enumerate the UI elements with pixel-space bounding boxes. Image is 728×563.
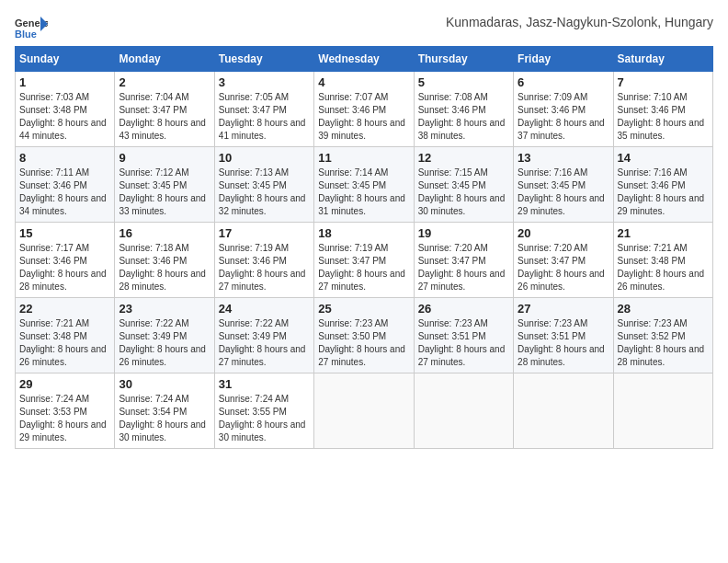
weekday-header-thursday: Thursday [414, 47, 513, 72]
page-header: General Blue Kunmadaras, Jasz-Nagykun-Sz… [15, 15, 713, 42]
day-number: 14 [618, 151, 709, 165]
calendar-cell: 24Sunrise: 7:22 AM Sunset: 3:49 PM Dayli… [214, 298, 313, 373]
day-info: Sunrise: 7:15 AM Sunset: 3:45 PM Dayligh… [418, 167, 509, 218]
day-info: Sunrise: 7:10 AM Sunset: 3:46 PM Dayligh… [618, 91, 709, 143]
day-number: 31 [219, 377, 310, 391]
day-info: Sunrise: 7:23 AM Sunset: 3:50 PM Dayligh… [318, 317, 409, 369]
day-info: Sunrise: 7:24 AM Sunset: 3:54 PM Dayligh… [119, 393, 210, 444]
calendar-cell: 2Sunrise: 7:04 AM Sunset: 3:47 PM Daylig… [115, 72, 214, 147]
calendar-cell: 5Sunrise: 7:08 AM Sunset: 3:46 PM Daylig… [414, 72, 513, 147]
day-number: 19 [418, 226, 509, 240]
calendar-cell: 29Sunrise: 7:24 AM Sunset: 3:53 PM Dayli… [16, 373, 115, 449]
day-number: 13 [518, 151, 609, 165]
day-number: 24 [219, 302, 310, 316]
day-info: Sunrise: 7:21 AM Sunset: 3:48 PM Dayligh… [19, 317, 110, 369]
day-number: 20 [518, 226, 609, 240]
day-info: Sunrise: 7:16 AM Sunset: 3:45 PM Dayligh… [518, 167, 609, 218]
calendar-cell: 16Sunrise: 7:18 AM Sunset: 3:46 PM Dayli… [115, 223, 214, 298]
day-info: Sunrise: 7:22 AM Sunset: 3:49 PM Dayligh… [219, 317, 310, 369]
day-info: Sunrise: 7:08 AM Sunset: 3:46 PM Dayligh… [418, 91, 509, 143]
day-info: Sunrise: 7:16 AM Sunset: 3:46 PM Dayligh… [618, 167, 709, 218]
day-number: 9 [119, 151, 210, 165]
day-number: 18 [318, 226, 409, 240]
day-number: 17 [219, 226, 310, 240]
day-info: Sunrise: 7:22 AM Sunset: 3:49 PM Dayligh… [119, 317, 210, 369]
day-info: Sunrise: 7:23 AM Sunset: 3:52 PM Dayligh… [618, 317, 709, 369]
calendar-cell: 23Sunrise: 7:22 AM Sunset: 3:49 PM Dayli… [115, 298, 214, 373]
day-number: 2 [119, 75, 210, 89]
day-info: Sunrise: 7:11 AM Sunset: 3:46 PM Dayligh… [19, 167, 110, 218]
calendar-cell [613, 373, 712, 449]
calendar-cell: 12Sunrise: 7:15 AM Sunset: 3:45 PM Dayli… [414, 147, 513, 223]
day-info: Sunrise: 7:14 AM Sunset: 3:45 PM Dayligh… [318, 167, 409, 218]
day-number: 25 [318, 302, 409, 316]
weekday-header-tuesday: Tuesday [214, 47, 313, 72]
calendar-cell: 1Sunrise: 7:03 AM Sunset: 3:48 PM Daylig… [16, 72, 115, 147]
calendar-cell: 15Sunrise: 7:17 AM Sunset: 3:46 PM Dayli… [16, 223, 115, 298]
logo-icon: General Blue [15, 15, 48, 42]
calendar-cell: 11Sunrise: 7:14 AM Sunset: 3:45 PM Dayli… [314, 147, 414, 223]
day-info: Sunrise: 7:19 AM Sunset: 3:47 PM Dayligh… [318, 242, 409, 293]
day-number: 27 [518, 302, 609, 316]
day-info: Sunrise: 7:07 AM Sunset: 3:46 PM Dayligh… [318, 91, 409, 143]
day-number: 12 [418, 151, 509, 165]
svg-text:Blue: Blue [15, 29, 37, 40]
day-info: Sunrise: 7:18 AM Sunset: 3:46 PM Dayligh… [119, 242, 210, 293]
day-number: 22 [19, 302, 110, 316]
calendar-cell: 28Sunrise: 7:23 AM Sunset: 3:52 PM Dayli… [613, 298, 712, 373]
day-number: 16 [119, 226, 210, 240]
calendar-cell [514, 373, 613, 449]
calendar-cell: 14Sunrise: 7:16 AM Sunset: 3:46 PM Dayli… [613, 147, 712, 223]
day-number: 28 [618, 302, 709, 316]
calendar-cell: 17Sunrise: 7:19 AM Sunset: 3:46 PM Dayli… [214, 223, 313, 298]
calendar-cell: 26Sunrise: 7:23 AM Sunset: 3:51 PM Dayli… [414, 298, 513, 373]
calendar-cell: 4Sunrise: 7:07 AM Sunset: 3:46 PM Daylig… [314, 72, 414, 147]
calendar-cell: 10Sunrise: 7:13 AM Sunset: 3:45 PM Dayli… [214, 147, 313, 223]
day-number: 5 [418, 75, 509, 89]
calendar-cell [414, 373, 513, 449]
day-info: Sunrise: 7:20 AM Sunset: 3:47 PM Dayligh… [418, 242, 509, 293]
calendar-cell: 21Sunrise: 7:21 AM Sunset: 3:48 PM Dayli… [613, 223, 712, 298]
day-number: 8 [19, 151, 110, 165]
calendar-row: 29Sunrise: 7:24 AM Sunset: 3:53 PM Dayli… [16, 373, 713, 449]
calendar-cell: 9Sunrise: 7:12 AM Sunset: 3:45 PM Daylig… [115, 147, 214, 223]
calendar-cell: 31Sunrise: 7:24 AM Sunset: 3:55 PM Dayli… [214, 373, 313, 449]
day-info: Sunrise: 7:24 AM Sunset: 3:53 PM Dayligh… [19, 393, 110, 444]
day-info: Sunrise: 7:04 AM Sunset: 3:47 PM Dayligh… [119, 91, 210, 143]
calendar-cell: 19Sunrise: 7:20 AM Sunset: 3:47 PM Dayli… [414, 223, 513, 298]
day-info: Sunrise: 7:13 AM Sunset: 3:45 PM Dayligh… [219, 167, 310, 218]
day-number: 21 [618, 226, 709, 240]
calendar-cell: 8Sunrise: 7:11 AM Sunset: 3:46 PM Daylig… [16, 147, 115, 223]
day-info: Sunrise: 7:19 AM Sunset: 3:46 PM Dayligh… [219, 242, 310, 293]
day-number: 10 [219, 151, 310, 165]
day-number: 30 [119, 377, 210, 391]
calendar-cell [314, 373, 414, 449]
calendar-row: 1Sunrise: 7:03 AM Sunset: 3:48 PM Daylig… [16, 72, 713, 147]
day-number: 7 [618, 75, 709, 89]
weekday-header-monday: Monday [115, 47, 214, 72]
calendar-cell: 6Sunrise: 7:09 AM Sunset: 3:46 PM Daylig… [514, 72, 613, 147]
calendar-cell: 3Sunrise: 7:05 AM Sunset: 3:47 PM Daylig… [214, 72, 313, 147]
logo: General Blue [15, 15, 48, 42]
weekday-header-saturday: Saturday [613, 47, 712, 72]
calendar-cell: 20Sunrise: 7:20 AM Sunset: 3:47 PM Dayli… [514, 223, 613, 298]
weekday-header-sunday: Sunday [16, 47, 115, 72]
day-info: Sunrise: 7:05 AM Sunset: 3:47 PM Dayligh… [219, 91, 310, 143]
calendar-cell: 7Sunrise: 7:10 AM Sunset: 3:46 PM Daylig… [613, 72, 712, 147]
day-number: 3 [219, 75, 310, 89]
calendar-cell: 27Sunrise: 7:23 AM Sunset: 3:51 PM Dayli… [514, 298, 613, 373]
subtitle: Kunmadaras, Jasz-Nagykun-Szolonk, Hungar… [446, 15, 713, 29]
day-number: 11 [318, 151, 409, 165]
day-info: Sunrise: 7:23 AM Sunset: 3:51 PM Dayligh… [518, 317, 609, 369]
day-info: Sunrise: 7:23 AM Sunset: 3:51 PM Dayligh… [418, 317, 509, 369]
day-number: 26 [418, 302, 509, 316]
calendar-body: 1Sunrise: 7:03 AM Sunset: 3:48 PM Daylig… [16, 72, 713, 449]
day-info: Sunrise: 7:21 AM Sunset: 3:48 PM Dayligh… [618, 242, 709, 293]
calendar-cell: 25Sunrise: 7:23 AM Sunset: 3:50 PM Dayli… [314, 298, 414, 373]
calendar-cell: 22Sunrise: 7:21 AM Sunset: 3:48 PM Dayli… [16, 298, 115, 373]
day-info: Sunrise: 7:24 AM Sunset: 3:55 PM Dayligh… [219, 393, 310, 444]
calendar-row: 15Sunrise: 7:17 AM Sunset: 3:46 PM Dayli… [16, 223, 713, 298]
calendar-row: 22Sunrise: 7:21 AM Sunset: 3:48 PM Dayli… [16, 298, 713, 373]
day-number: 15 [19, 226, 110, 240]
calendar-cell: 18Sunrise: 7:19 AM Sunset: 3:47 PM Dayli… [314, 223, 414, 298]
